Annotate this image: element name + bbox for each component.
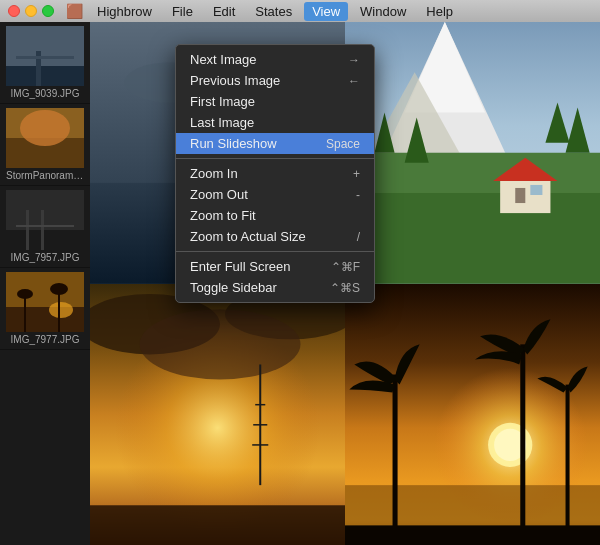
menu-label-zoom-in: Zoom In: [190, 166, 333, 181]
svg-rect-10: [41, 210, 44, 250]
menu-item-zoom-out[interactable]: Zoom Out -: [176, 184, 374, 205]
menu-item-first-image[interactable]: First Image: [176, 91, 374, 112]
menu-item-slideshow[interactable]: Run Slideshow Space: [176, 133, 374, 154]
image-panel-3: [90, 284, 345, 546]
menu-window[interactable]: Window: [352, 2, 414, 21]
image-panel-2: [345, 22, 600, 284]
menu-label-zoom-actual: Zoom to Actual Size: [190, 229, 337, 244]
menu-shortcut-prev-image: ←: [348, 74, 360, 88]
main-area: IMG_9039.JPG StormPanorama.jpg: [0, 22, 600, 545]
menu-shortcut-zoom-out: -: [356, 188, 360, 202]
menu-item-zoom-actual[interactable]: Zoom to Actual Size /: [176, 226, 374, 247]
svg-rect-61: [345, 525, 600, 545]
menu-item-zoom-fit[interactable]: Zoom to Fit: [176, 205, 374, 226]
menu-shortcut-fullscreen: ⌃⌘F: [331, 260, 360, 274]
svg-point-47: [140, 309, 301, 379]
menu-label-slideshow: Run Slideshow: [190, 136, 306, 151]
minimize-button[interactable]: [25, 5, 37, 17]
menu-label-last-image: Last Image: [190, 115, 340, 130]
thumb-label-4: IMG_7977.JPG: [6, 334, 84, 345]
image-panel-4: [345, 284, 600, 546]
close-button[interactable]: [8, 5, 20, 17]
app-icon: 🟫: [66, 3, 83, 19]
menu-item-last-image[interactable]: Last Image: [176, 112, 374, 133]
menu-label-next-image: Next Image: [190, 52, 328, 67]
menu-item-fullscreen[interactable]: Enter Full Screen ⌃⌘F: [176, 256, 374, 277]
thumbnail-4: [6, 272, 84, 332]
menu-help[interactable]: Help: [418, 2, 461, 21]
svg-point-16: [17, 289, 33, 299]
svg-point-18: [50, 283, 68, 295]
maximize-button[interactable]: [42, 5, 54, 17]
svg-rect-1: [6, 66, 84, 86]
menu-states[interactable]: States: [247, 2, 300, 21]
thumbnail-1: [6, 26, 84, 86]
menu-edit[interactable]: Edit: [205, 2, 243, 21]
menu-label-zoom-out: Zoom Out: [190, 187, 336, 202]
menu-view[interactable]: View: [304, 2, 348, 21]
svg-rect-8: [6, 230, 84, 250]
svg-point-14: [49, 302, 73, 318]
thumb-label-3: IMG_7957.JPG: [6, 252, 84, 263]
menu-separator-2: [176, 251, 374, 252]
svg-rect-9: [26, 210, 29, 250]
menu-shortcut-zoom-in: +: [353, 167, 360, 181]
thumbnail-3: [6, 190, 84, 250]
menu-item-prev-image[interactable]: Previous Image ←: [176, 70, 374, 91]
menu-label-prev-image: Previous Image: [190, 73, 328, 88]
menu-item-toggle-sidebar[interactable]: Toggle Sidebar ⌃⌘S: [176, 277, 374, 298]
svg-rect-41: [515, 188, 525, 203]
traffic-lights: [8, 5, 54, 17]
menu-label-first-image: First Image: [190, 94, 340, 109]
sidebar-item-1[interactable]: IMG_9039.JPG: [0, 22, 90, 104]
menu-separator-1: [176, 158, 374, 159]
svg-rect-42: [530, 185, 542, 195]
thumb-label-2: StormPanorama.jpg: [6, 170, 84, 181]
svg-rect-34: [345, 193, 600, 284]
menubar: 🟫 Highbrow File Edit States View Window …: [0, 0, 600, 22]
svg-rect-39: [500, 178, 550, 213]
svg-rect-60: [566, 384, 570, 545]
menu-shortcut-next-image: →: [348, 53, 360, 67]
sidebar: IMG_9039.JPG StormPanorama.jpg: [0, 22, 90, 545]
svg-rect-58: [393, 374, 398, 545]
sidebar-item-2[interactable]: StormPanorama.jpg: [0, 104, 90, 186]
menu-label-fullscreen: Enter Full Screen: [190, 259, 311, 274]
menu-shortcut-slideshow: Space: [326, 137, 360, 151]
menu-shortcut-toggle-sidebar: ⌃⌘S: [330, 281, 360, 295]
thumbnail-2: [6, 108, 84, 168]
view-dropdown-menu: Next Image → Previous Image ← First Imag…: [175, 44, 375, 303]
svg-rect-52: [90, 505, 345, 545]
thumb-label-1: IMG_9039.JPG: [6, 88, 84, 99]
menu-item-next-image[interactable]: Next Image →: [176, 49, 374, 70]
menu-label-toggle-sidebar: Toggle Sidebar: [190, 280, 310, 295]
svg-rect-3: [16, 56, 74, 59]
sidebar-item-4[interactable]: IMG_7977.JPG: [0, 268, 90, 350]
menu-shortcut-zoom-actual: /: [357, 230, 360, 244]
menu-label-zoom-fit: Zoom to Fit: [190, 208, 340, 223]
svg-point-6: [20, 110, 70, 146]
svg-rect-59: [520, 344, 525, 545]
menu-file[interactable]: File: [164, 2, 201, 21]
menu-highbrow[interactable]: Highbrow: [89, 2, 160, 21]
sidebar-item-3[interactable]: IMG_7957.JPG: [0, 186, 90, 268]
menu-item-zoom-in[interactable]: Zoom In +: [176, 163, 374, 184]
svg-rect-11: [16, 225, 74, 227]
